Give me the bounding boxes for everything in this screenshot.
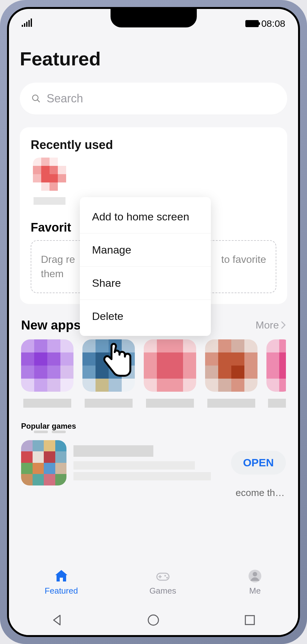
new-app-item[interactable] [205, 339, 257, 408]
nav-featured[interactable]: Featured [45, 569, 78, 596]
popular-games-section: Popular games [20, 422, 287, 498]
context-delete[interactable]: Delete [80, 300, 211, 333]
status-time: 08:08 [261, 18, 285, 29]
sys-recent-button[interactable] [243, 613, 257, 627]
search-input[interactable]: Search [20, 83, 287, 115]
context-manage[interactable]: Manage [80, 233, 211, 267]
popular-game-item[interactable]: OPEN [21, 440, 286, 485]
svg-line-6 [37, 100, 40, 102]
svg-point-5 [33, 95, 38, 101]
system-nav [9, 605, 298, 635]
home-icon [54, 569, 69, 583]
svg-rect-4 [31, 19, 32, 27]
new-apps-more-link[interactable]: More [256, 319, 286, 331]
sys-home-button[interactable] [147, 613, 160, 627]
svg-rect-15 [245, 616, 254, 625]
display-notch [111, 9, 197, 27]
svg-point-13 [253, 572, 257, 576]
hand-cursor-icon [102, 341, 134, 379]
recently-used-title: Recently used [31, 138, 276, 152]
game-icon-placeholder [21, 440, 66, 485]
screen: 08:08 Featured Search Recently used [9, 9, 298, 635]
new-app-item[interactable] [144, 339, 196, 408]
svg-rect-0 [22, 25, 23, 27]
search-icon [31, 94, 41, 103]
page-title: Featured [20, 32, 287, 83]
favorites-hint-left: Drag re [41, 252, 75, 267]
app-label-placeholder [34, 197, 65, 205]
svg-rect-3 [28, 20, 30, 27]
game-description-fragment: ecome th… [21, 487, 286, 498]
signal-icon [22, 18, 33, 29]
phone-bezel: 08:08 Featured Search Recently used [7, 7, 300, 637]
svg-point-11 [166, 577, 168, 578]
phone-frame: 08:08 Featured Search Recently used [0, 0, 307, 644]
gamepad-icon [156, 569, 170, 583]
new-app-item[interactable] [266, 339, 286, 408]
svg-point-10 [164, 575, 166, 576]
context-add-home[interactable]: Add to home screen [80, 200, 211, 233]
context-menu: Add to home screen Manage Share Delete [80, 197, 211, 336]
nav-me-label: Me [249, 586, 261, 596]
game-text-placeholder [73, 445, 224, 480]
nav-games[interactable]: Games [150, 569, 176, 596]
svg-point-14 [148, 615, 158, 625]
bottom-nav: Featured Games Me [9, 560, 298, 604]
svg-rect-1 [24, 23, 25, 27]
favorites-hint-right: to favorite [221, 252, 266, 267]
nav-featured-label: Featured [45, 586, 78, 596]
chevron-right-icon [281, 321, 286, 329]
popular-games-title: Popular games [21, 422, 286, 431]
recent-app-item[interactable] [31, 158, 68, 212]
svg-rect-2 [26, 22, 27, 27]
search-placeholder: Search [47, 92, 83, 105]
person-icon [248, 569, 262, 583]
nav-me[interactable]: Me [248, 569, 262, 596]
pager-dots [21, 431, 286, 433]
open-button[interactable]: OPEN [231, 451, 286, 475]
more-label: More [256, 319, 279, 331]
context-share[interactable]: Share [80, 267, 211, 300]
new-app-item[interactable] [21, 339, 73, 408]
nav-games-label: Games [150, 586, 176, 596]
battery-icon [245, 20, 259, 27]
sys-back-button[interactable] [50, 613, 64, 627]
app-icon-placeholder [33, 158, 66, 191]
